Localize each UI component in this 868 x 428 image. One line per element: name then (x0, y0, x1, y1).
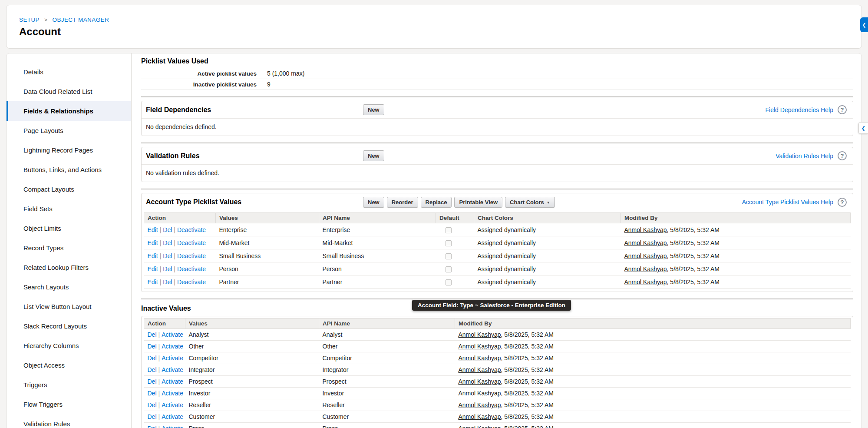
del-link[interactable]: Del (148, 390, 157, 397)
chart-colors-button[interactable]: Chart Colors▼ (505, 197, 555, 208)
sidebar-item-page-layouts[interactable]: Page Layouts (7, 121, 131, 140)
breadcrumb-object-manager-link[interactable]: OBJECT MANAGER (53, 17, 109, 23)
deactivate-link[interactable]: Deactivate (177, 265, 206, 272)
edit-link[interactable]: Edit (148, 239, 158, 246)
default-checkbox[interactable] (446, 240, 452, 246)
breadcrumb-separator: > (44, 17, 47, 23)
del-link[interactable]: Del (163, 265, 172, 272)
default-checkbox[interactable] (446, 266, 452, 272)
activate-link[interactable]: Activate (162, 413, 183, 420)
sidebar-item-data-cloud-related-list[interactable]: Data Cloud Related List (7, 82, 131, 101)
help-icon[interactable]: ? (838, 198, 847, 207)
account-type-picklist-title: Account Type Picklist Values (146, 198, 241, 206)
scroll-side-button[interactable]: ❮ (858, 122, 868, 134)
sidebar-item-fields-relationships[interactable]: Fields & Relationships (7, 101, 131, 121)
activate-link[interactable]: Activate (162, 425, 183, 428)
default-checkbox[interactable] (446, 279, 452, 285)
modified-by-user-link[interactable]: Anmol Kashyap (459, 355, 501, 362)
replace-button[interactable]: Replace (421, 197, 452, 208)
new-field-dependency-button[interactable]: New (363, 104, 384, 115)
del-link[interactable]: Del (148, 331, 157, 338)
edit-link[interactable]: Edit (148, 226, 158, 233)
edit-link[interactable]: Edit (148, 252, 158, 259)
reorder-button[interactable]: Reorder (387, 197, 418, 208)
new-validation-rule-button[interactable]: New (363, 150, 384, 161)
activate-link[interactable]: Activate (162, 401, 183, 408)
modified-by-user-link[interactable]: Anmol Kashyap (459, 366, 501, 373)
sidebar-item-field-sets[interactable]: Field Sets (7, 199, 131, 219)
activate-link[interactable]: Activate (162, 343, 183, 350)
modified-by-user-link[interactable]: Anmol Kashyap (624, 252, 667, 259)
edit-link[interactable]: Edit (148, 279, 158, 285)
api-name-cell: Other (319, 341, 455, 352)
value-cell: Analyst (185, 329, 319, 341)
sidebar-item-list-view-button-layout[interactable]: List View Button Layout (7, 297, 131, 316)
activate-link[interactable]: Activate (162, 355, 183, 362)
sidebar-item-details[interactable]: Details (7, 62, 131, 82)
modified-by-user-link[interactable]: Anmol Kashyap (624, 279, 667, 285)
setup-object-manager-page: SETUP > OBJECT MANAGER Account DetailsDa… (0, 0, 868, 428)
printable-view-button[interactable]: Printable View (454, 197, 502, 208)
account-type-picklist-help-link[interactable]: Account Type Picklist Values Help (742, 199, 833, 206)
default-checkbox[interactable] (446, 227, 452, 233)
sidebar-item-lightning-record-pages[interactable]: Lightning Record Pages (7, 140, 131, 160)
action-cell: Del|Activate (144, 399, 185, 411)
modified-by-user-link[interactable]: Anmol Kashyap (624, 265, 667, 272)
del-link[interactable]: Del (163, 279, 172, 285)
action-separator: | (174, 279, 175, 285)
del-link[interactable]: Del (148, 425, 157, 428)
sidebar-item-hierarchy-columns[interactable]: Hierarchy Columns (7, 336, 131, 355)
edit-link[interactable]: Edit (148, 265, 158, 272)
row-actions: Edit|Del|Deactivate (148, 279, 206, 285)
sidebar-item-validation-rules[interactable]: Validation Rules (7, 414, 131, 428)
deactivate-link[interactable]: Deactivate (177, 279, 206, 285)
validation-rules-help-link[interactable]: Validation Rules Help (776, 153, 833, 159)
docked-panel-tab[interactable]: ❮ (860, 17, 868, 32)
activate-link[interactable]: Activate (162, 366, 183, 373)
default-checkbox[interactable] (446, 253, 452, 259)
picklist-value-row: Edit|Del|DeactivateMid-MarketMid-MarketA… (144, 236, 851, 249)
deactivate-link[interactable]: Deactivate (177, 239, 206, 246)
sidebar-item-label: Compact Layouts (23, 186, 74, 193)
del-link[interactable]: Del (148, 378, 157, 385)
del-link[interactable]: Del (148, 355, 157, 362)
modified-by-user-link[interactable]: Anmol Kashyap (459, 390, 501, 397)
modified-by-user-link[interactable]: Anmol Kashyap (459, 413, 501, 420)
del-link[interactable]: Del (148, 366, 157, 373)
sidebar-item-compact-layouts[interactable]: Compact Layouts (7, 179, 131, 199)
help-icon[interactable]: ? (838, 151, 847, 160)
del-link[interactable]: Del (163, 226, 172, 233)
field-dependencies-help-link[interactable]: Field Dependencies Help (766, 106, 833, 113)
sidebar-item-triggers[interactable]: Triggers (7, 375, 131, 395)
activate-link[interactable]: Activate (162, 378, 183, 385)
sidebar-item-flow-triggers[interactable]: Flow Triggers (7, 395, 131, 414)
modified-by-user-link[interactable]: Anmol Kashyap (459, 331, 501, 338)
modified-by-user-link[interactable]: Anmol Kashyap (459, 343, 501, 350)
sidebar-item-buttons-links-and-actions[interactable]: Buttons, Links, and Actions (7, 160, 131, 179)
new-picklist-value-button[interactable]: New (363, 197, 384, 208)
del-link[interactable]: Del (148, 343, 157, 350)
del-link[interactable]: Del (163, 239, 172, 246)
deactivate-link[interactable]: Deactivate (177, 252, 206, 259)
breadcrumb-setup-link[interactable]: SETUP (19, 17, 40, 23)
action-separator: | (174, 226, 175, 233)
help-icon[interactable]: ? (838, 105, 847, 114)
del-link[interactable]: Del (148, 401, 157, 408)
modified-by-user-link[interactable]: Anmol Kashyap (459, 378, 501, 385)
modified-by-user-link[interactable]: Anmol Kashyap (459, 425, 501, 428)
del-link[interactable]: Del (163, 252, 172, 259)
modified-by-user-link[interactable]: Anmol Kashyap (624, 226, 667, 233)
sidebar-item-record-types[interactable]: Record Types (7, 238, 131, 258)
sidebar-item-search-layouts[interactable]: Search Layouts (7, 277, 131, 297)
modified-by-user-link[interactable]: Anmol Kashyap (624, 239, 667, 246)
activate-link[interactable]: Activate (162, 390, 183, 397)
sidebar-item-slack-record-layouts[interactable]: Slack Record Layouts (7, 316, 131, 336)
value-cell: Competitor (185, 352, 319, 364)
modified-by-user-link[interactable]: Anmol Kashyap (459, 401, 501, 408)
activate-link[interactable]: Activate (162, 331, 183, 338)
sidebar-item-related-lookup-filters[interactable]: Related Lookup Filters (7, 258, 131, 277)
del-link[interactable]: Del (148, 413, 157, 420)
deactivate-link[interactable]: Deactivate (177, 226, 206, 233)
sidebar-item-object-access[interactable]: Object Access (7, 355, 131, 375)
sidebar-item-object-limits[interactable]: Object Limits (7, 219, 131, 238)
